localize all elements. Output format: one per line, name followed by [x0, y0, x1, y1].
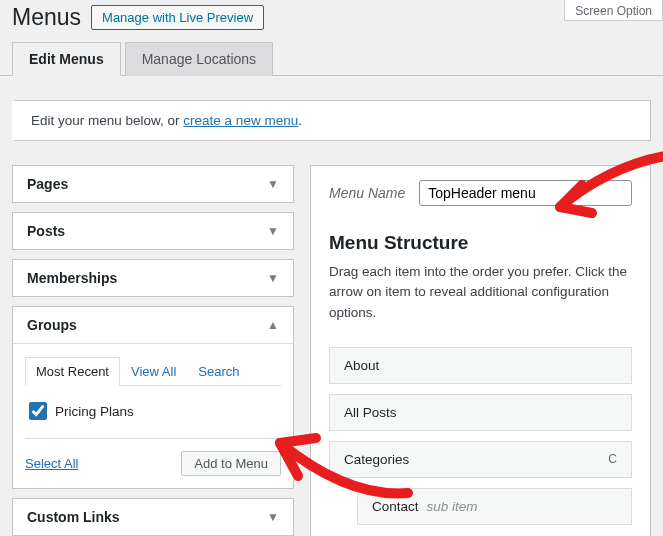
- menu-item-label: Contact: [372, 499, 419, 514]
- mini-tab-search[interactable]: Search: [187, 357, 250, 386]
- select-all-link[interactable]: Select All: [25, 456, 78, 471]
- menu-structure-title: Menu Structure: [329, 232, 632, 254]
- menu-item-categories[interactable]: CategoriesC: [329, 441, 632, 478]
- chevron-down-icon: ▼: [267, 271, 279, 285]
- accordion-pages-label: Pages: [27, 176, 68, 192]
- chevron-down-icon: ▼: [267, 510, 279, 524]
- menu-item-label: All Posts: [344, 405, 397, 420]
- notice-text: Edit your menu below, or: [31, 113, 183, 128]
- tab-manage-locations[interactable]: Manage Locations: [125, 42, 273, 76]
- nav-tabs: Edit Menus Manage Locations: [0, 41, 663, 76]
- add-to-menu-button[interactable]: Add to Menu: [181, 451, 281, 476]
- menu-item-all-posts[interactable]: All Posts: [329, 394, 632, 431]
- menu-item-type: C: [608, 452, 617, 466]
- notice-suffix: .: [298, 113, 302, 128]
- menu-item-subitem-label: sub item: [427, 499, 478, 514]
- accordion-posts[interactable]: Posts▼: [12, 212, 294, 250]
- accordion-groups: Groups▲ Most Recent View All Search Pric…: [12, 306, 294, 489]
- menu-item-contact[interactable]: Contactsub item: [357, 488, 632, 525]
- screen-options-label: Screen Option: [575, 4, 652, 18]
- accordion-memberships[interactable]: Memberships▼: [12, 259, 294, 297]
- menu-edit-column: Menu Name Menu Structure Drag each item …: [310, 165, 651, 536]
- accordion-custom-links[interactable]: Custom Links▼: [12, 498, 294, 536]
- tab-edit-menus[interactable]: Edit Menus: [12, 42, 121, 76]
- accordion-groups-label: Groups: [27, 317, 77, 333]
- menu-name-input[interactable]: [419, 180, 632, 206]
- edit-menu-notice: Edit your menu below, or create a new me…: [12, 100, 651, 141]
- mini-tab-view-all[interactable]: View All: [120, 357, 187, 386]
- metabox-column: Pages▼ Posts▼ Memberships▼ Groups▲ Most …: [12, 165, 294, 536]
- menu-item-about[interactable]: About: [329, 347, 632, 384]
- screen-options-toggle[interactable]: Screen Option: [564, 0, 663, 21]
- menu-structure-desc: Drag each item into the order you prefer…: [329, 262, 632, 323]
- groups-item-row: Pricing Plans: [25, 396, 281, 434]
- manage-live-preview-button[interactable]: Manage with Live Preview: [91, 5, 264, 30]
- chevron-down-icon: ▼: [267, 177, 279, 191]
- accordion-pages[interactable]: Pages▼: [12, 165, 294, 203]
- menu-item-label: About: [344, 358, 379, 373]
- chevron-down-icon: ▼: [267, 224, 279, 238]
- pricing-plans-checkbox[interactable]: [29, 402, 47, 420]
- create-new-menu-link[interactable]: create a new menu: [183, 113, 298, 128]
- accordion-custom-links-label: Custom Links: [27, 509, 120, 525]
- accordion-memberships-label: Memberships: [27, 270, 117, 286]
- menu-item-label: Categories: [344, 452, 409, 467]
- chevron-up-icon: ▲: [267, 318, 279, 332]
- menu-name-label: Menu Name: [329, 185, 405, 201]
- page-title: Menus: [12, 4, 81, 31]
- pricing-plans-label: Pricing Plans: [55, 404, 134, 419]
- groups-mini-tabs: Most Recent View All Search: [25, 356, 281, 386]
- accordion-posts-label: Posts: [27, 223, 65, 239]
- accordion-groups-toggle[interactable]: Groups▲: [13, 307, 293, 343]
- mini-tab-recent[interactable]: Most Recent: [25, 357, 120, 386]
